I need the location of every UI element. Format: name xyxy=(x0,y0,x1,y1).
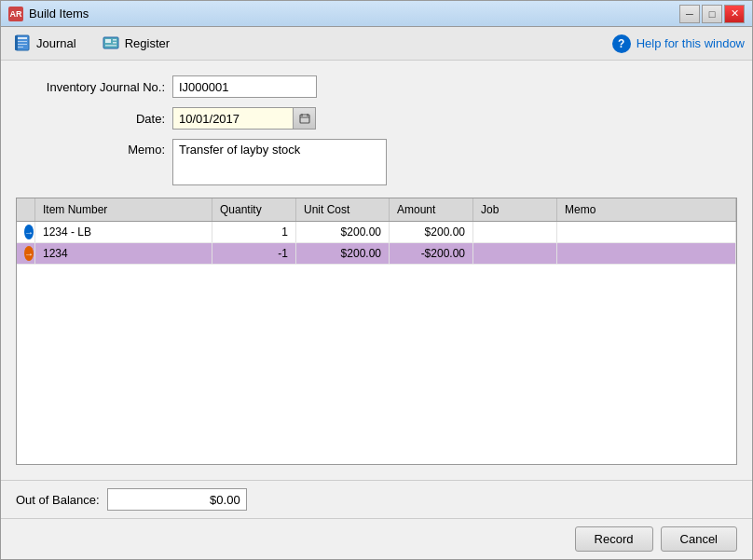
item-number-cell: 1234 - LB xyxy=(35,222,212,242)
journal-no-input[interactable] xyxy=(172,75,317,98)
memo-row: Memo: Transfer of layby stock xyxy=(16,139,737,188)
date-row: Date: xyxy=(16,107,737,130)
svg-rect-2 xyxy=(18,41,27,42)
toolbar-journal[interactable]: Journal xyxy=(8,33,82,55)
journal-label: Journal xyxy=(36,36,76,50)
col-header-unit-cost: Unit Cost xyxy=(296,198,390,221)
quantity-cell: -1 xyxy=(212,243,296,264)
minimize-button[interactable]: ─ xyxy=(679,5,700,23)
out-of-balance-value xyxy=(107,488,247,511)
maximize-button[interactable]: □ xyxy=(702,5,722,23)
toolbar-register[interactable]: Register xyxy=(97,33,175,55)
grid-header: Item Number Quantity Unit Cost Amount Jo… xyxy=(17,198,736,222)
row-icon-cell: → xyxy=(17,222,35,242)
memo-cell xyxy=(557,222,736,242)
svg-rect-1 xyxy=(18,37,27,39)
col-header-icon xyxy=(17,198,35,221)
col-header-job: Job xyxy=(473,198,557,221)
col-header-item-number: Item Number xyxy=(35,198,212,221)
journal-icon xyxy=(14,34,33,53)
help-label: Help for this window xyxy=(637,36,745,50)
title-controls: ─ □ ✕ xyxy=(679,5,745,23)
job-cell xyxy=(473,243,557,264)
memo-cell xyxy=(557,243,736,264)
svg-rect-3 xyxy=(18,44,27,45)
col-header-amount: Amount xyxy=(390,198,473,221)
help-icon: ? xyxy=(612,34,631,53)
out-of-balance-label: Out of Balance: xyxy=(16,493,100,507)
cancel-button[interactable]: Cancel xyxy=(661,526,737,552)
unit-cost-cell: $200.00 xyxy=(296,243,390,264)
memo-wrapper: Transfer of layby stock xyxy=(172,139,387,188)
grid-body: → 1234 - LB 1 $200.00 $200.00 → 1234 -1 xyxy=(17,222,736,464)
col-header-quantity: Quantity xyxy=(212,198,296,221)
row-arrow-icon: → xyxy=(24,225,34,239)
close-button[interactable]: ✕ xyxy=(724,5,745,23)
item-number-cell: 1234 xyxy=(35,243,212,264)
job-cell xyxy=(473,222,557,242)
memo-label: Memo: xyxy=(16,143,165,157)
amount-cell: $200.00 xyxy=(390,222,473,242)
table-row[interactable]: → 1234 - LB 1 $200.00 $200.00 xyxy=(17,222,736,243)
svg-rect-10 xyxy=(105,45,116,47)
app-icon: AR xyxy=(8,7,23,21)
record-button[interactable]: Record xyxy=(575,526,653,552)
title-left: AR Build Items xyxy=(8,7,89,21)
col-header-memo: Memo xyxy=(557,198,736,221)
quantity-cell: 1 xyxy=(212,222,296,242)
build-items-window: AR Build Items ─ □ ✕ Journal xyxy=(0,0,753,560)
amount-cell: -$200.00 xyxy=(390,243,473,264)
unit-cost-cell: $200.00 xyxy=(296,222,390,242)
register-icon xyxy=(103,34,121,53)
row-icon-cell: → xyxy=(17,243,35,264)
journal-no-row: Inventory Journal No.: xyxy=(16,75,737,98)
footer: Record Cancel xyxy=(1,518,752,559)
date-picker-button[interactable] xyxy=(294,107,316,130)
date-label: Date: xyxy=(16,112,165,126)
svg-rect-9 xyxy=(113,42,116,44)
title-bar: AR Build Items ─ □ ✕ xyxy=(1,1,752,27)
date-wrapper xyxy=(172,107,316,130)
toolbar: Journal Register ? Help for this window xyxy=(1,27,752,61)
date-input[interactable] xyxy=(172,107,294,130)
svg-rect-5 xyxy=(15,35,18,50)
content-area: Inventory Journal No.: Date: Memo: xyxy=(1,61,752,480)
journal-no-label: Inventory Journal No.: xyxy=(16,80,165,94)
table-row[interactable]: → 1234 -1 $200.00 -$200.00 xyxy=(17,243,736,265)
items-grid: Item Number Quantity Unit Cost Amount Jo… xyxy=(16,198,737,465)
svg-rect-8 xyxy=(113,39,116,41)
register-label: Register xyxy=(125,36,170,50)
memo-input[interactable]: Transfer of layby stock xyxy=(172,139,387,185)
bottom-bar: Out of Balance: xyxy=(1,480,752,518)
svg-rect-7 xyxy=(105,39,111,43)
window-title: Build Items xyxy=(29,7,89,20)
row-arrow-icon: → xyxy=(24,246,34,261)
help-button[interactable]: ? Help for this window xyxy=(612,34,745,53)
svg-rect-4 xyxy=(18,47,23,48)
